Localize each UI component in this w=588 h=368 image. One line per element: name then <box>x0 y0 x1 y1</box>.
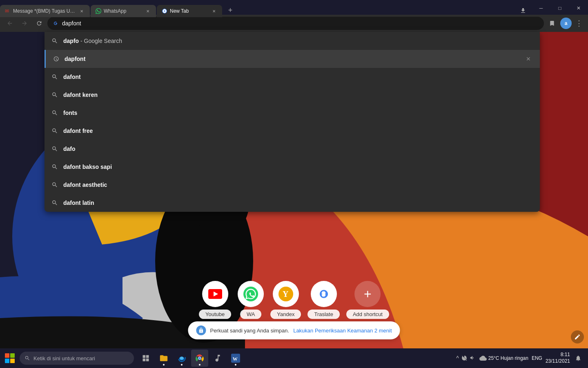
autocomplete-item-4[interactable]: fonts <box>45 104 540 122</box>
password-prompt-text: Perkuat sandi yang Anda simpan. <box>210 328 289 334</box>
autocomplete-text-3: dafont keren <box>63 92 533 98</box>
shortcut-yandex-icon: Y <box>273 281 299 307</box>
search-icon-4 <box>51 109 58 117</box>
tray-icons: ^ <box>454 355 478 362</box>
tab-gmail-close[interactable]: ✕ <box>78 8 85 14</box>
tray-notification-button[interactable] <box>572 352 585 365</box>
autocomplete-delete-1[interactable]: ✕ <box>523 54 533 64</box>
bookmark-button[interactable] <box>546 17 559 30</box>
taskbar-word[interactable]: W <box>227 350 244 367</box>
shortcut-add[interactable]: + Add shortcut <box>346 281 389 319</box>
tab-newtab-title: New Tab <box>170 8 208 14</box>
shortcut-youtube[interactable]: Youtube <box>199 281 231 319</box>
shortcut-youtube-icon <box>202 281 228 307</box>
autocomplete-text-9: dafont latin <box>63 200 533 206</box>
autocomplete-item-7[interactable]: dafont bakso sapi <box>45 158 540 176</box>
shortcut-yandex-label: Yandex <box>270 310 301 319</box>
shortcut-yandex[interactable]: Y Yandex <box>270 281 301 319</box>
address-input[interactable] <box>62 20 539 27</box>
autocomplete-text-2: dafont <box>63 74 533 80</box>
tab-whatsapp-favicon <box>96 8 101 14</box>
shortcut-wa-label: WA <box>240 310 261 319</box>
password-prompt: Perkuat sandi yang Anda simpan. Lakukan … <box>188 321 400 339</box>
tab-whatsapp-title: WhatsApp <box>104 8 142 14</box>
autocomplete-item-2[interactable]: dafont <box>45 68 540 86</box>
tab-newtab-close[interactable]: ✕ <box>211 8 217 14</box>
taskbar-chrome[interactable] <box>191 350 208 367</box>
tab-newtab-favicon <box>162 8 167 14</box>
minimize-button[interactable]: ─ <box>532 2 550 15</box>
add-tab-button[interactable]: + <box>225 4 236 16</box>
autocomplete-text-7: dafont bakso sapi <box>63 164 533 170</box>
nav-right: a ⋮ <box>546 17 585 30</box>
taskbar-apps: W <box>137 350 244 367</box>
shortcut-traslate[interactable]: Traslate <box>307 281 339 319</box>
autocomplete-text-4: fonts <box>63 110 533 116</box>
download-icon[interactable] <box>518 5 528 16</box>
shortcut-traslate-icon <box>311 281 337 307</box>
close-button[interactable]: ✕ <box>569 2 588 15</box>
autocomplete-text-0: dapfo - Google Search <box>63 38 533 44</box>
forward-button[interactable] <box>18 17 31 30</box>
search-icon-9 <box>51 199 58 206</box>
tab-whatsapp[interactable]: WhatsApp ✕ <box>91 5 156 17</box>
start-button[interactable] <box>0 348 20 368</box>
reload-button[interactable] <box>33 17 46 30</box>
tray-weather[interactable]: 25°C Hujan ringan <box>479 355 528 362</box>
shortcuts-area: Youtube WA Y Yandex Traslate + <box>199 281 389 319</box>
svg-point-18 <box>198 357 201 359</box>
svg-text:Y: Y <box>283 289 289 298</box>
autocomplete-item-9[interactable]: dafont latin <box>45 194 540 212</box>
tab-gmail-favicon: ✉ <box>5 8 11 14</box>
tray-language[interactable]: ENG <box>530 355 544 361</box>
menu-button[interactable]: ⋮ <box>573 18 585 29</box>
tray-volume-icon[interactable] <box>470 355 475 362</box>
search-icon-0 <box>51 37 58 45</box>
tray-datetime[interactable]: 8:11 23/11/2021 <box>546 352 570 364</box>
tray-arrow-icon[interactable]: ^ <box>456 355 459 361</box>
tab-gmail[interactable]: ✉ Message *(BMD) Tugas Update... ✕ <box>0 5 90 17</box>
autocomplete-text-5: dafont free <box>63 128 533 134</box>
search-icon-7 <box>51 163 58 171</box>
shortcut-wa[interactable]: WA <box>238 281 264 319</box>
autocomplete-item-8[interactable]: dafont aesthetic <box>45 176 540 194</box>
taskbar-search[interactable]: Ketik di sini untuk mencari <box>20 352 134 365</box>
clock-icon-1 <box>52 55 60 63</box>
taskbar-winamp[interactable] <box>209 350 226 367</box>
google-logo <box>52 20 59 27</box>
autocomplete-item-1[interactable]: dapfont ✕ <box>45 50 540 68</box>
tray-time: 8:11 <box>546 352 570 358</box>
window-controls: ─ □ ✕ <box>532 2 588 15</box>
shortcut-add-label: Add shortcut <box>346 310 389 319</box>
system-tray: ^ 25°C Hujan ringan ENG 8:11 23/11/2021 <box>450 352 588 365</box>
shortcut-traslate-label: Traslate <box>307 310 339 319</box>
svg-text:W: W <box>233 356 238 362</box>
taskbar-task-view[interactable] <box>137 350 154 367</box>
autocomplete-item-3[interactable]: dafont keren <box>45 86 540 104</box>
password-prompt-link[interactable]: Lakukan Pemeriksaan Keamanan 2 menit <box>293 328 392 334</box>
tab-newtab[interactable]: New Tab ✕ <box>157 5 222 17</box>
autocomplete-item-6[interactable]: dafo <box>45 140 540 158</box>
address-bar[interactable] <box>47 17 544 30</box>
customize-button[interactable] <box>571 330 584 343</box>
maximize-button[interactable]: □ <box>550 2 569 15</box>
taskbar-edge[interactable] <box>173 350 190 367</box>
search-icon-5 <box>51 127 58 135</box>
tray-weather-text: 25°C Hujan ringan <box>488 355 528 361</box>
tray-network-icon[interactable] <box>461 355 467 362</box>
shortcut-youtube-label: Youtube <box>199 310 231 319</box>
autocomplete-text-1: dapfont <box>65 56 519 62</box>
autocomplete-dropdown: dapfo - Google Search dapfont ✕ dafont d… <box>45 32 540 212</box>
taskbar-search-text: Ketik di sini untuk mencari <box>33 355 95 361</box>
search-icon-8 <box>51 181 58 188</box>
search-icon-3 <box>51 91 58 99</box>
autocomplete-item-0[interactable]: dapfo - Google Search <box>45 32 540 50</box>
profile-button[interactable]: a <box>560 18 572 29</box>
tab-gmail-title: Message *(BMD) Tugas Update... <box>13 8 76 14</box>
svg-point-2 <box>164 10 165 12</box>
svg-point-14 <box>316 287 331 301</box>
tab-whatsapp-close[interactable]: ✕ <box>145 8 151 14</box>
back-button[interactable] <box>3 17 16 30</box>
autocomplete-item-5[interactable]: dafont free <box>45 122 540 140</box>
taskbar-file-explorer[interactable] <box>155 350 172 367</box>
